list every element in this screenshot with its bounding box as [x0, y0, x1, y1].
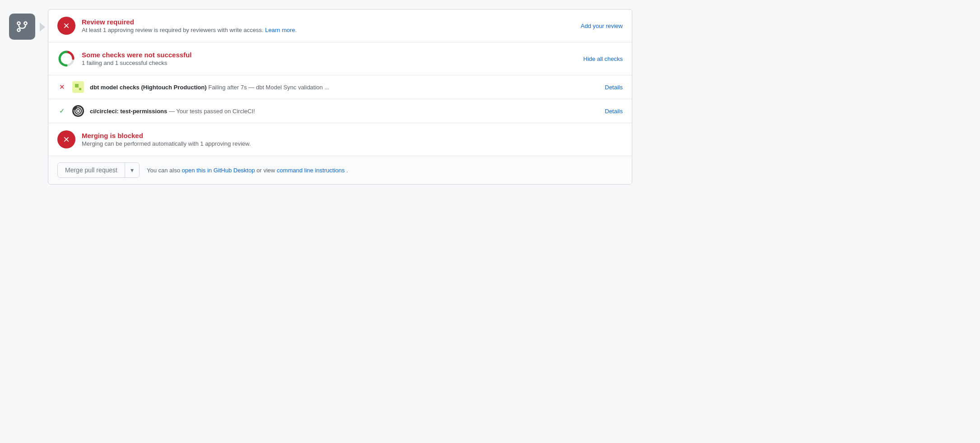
svg-point-10	[77, 110, 79, 112]
circleci-icon-wrapper	[72, 105, 84, 117]
git-icon-box	[9, 14, 35, 40]
review-required-content: Review required At least 1 approving rev…	[82, 18, 574, 33]
dbt-check-text: dbt model checks (Hightouch Production) …	[90, 84, 599, 91]
merge-info-text: You can also open this in GitHub Desktop…	[147, 167, 348, 174]
circleci-app-icon	[72, 105, 84, 117]
merging-blocked-subtitle: Merging can be performed automatically w…	[82, 140, 623, 147]
check-row-circleci: ✓ ci/circleci: test-permissions — Your t…	[48, 99, 632, 123]
hightouch-app-icon	[72, 81, 84, 93]
section-checks: Some checks were not successful 1 failin…	[48, 42, 632, 75]
circleci-check-text: ci/circleci: test-permissions — Your tes…	[90, 108, 599, 115]
section-merging-blocked: Merging is blocked Merging can be perfor…	[48, 123, 632, 156]
page-wrapper: Review required At least 1 approving rev…	[9, 9, 632, 185]
review-required-icon	[57, 17, 75, 35]
merge-pull-request-button[interactable]: Merge pull request	[58, 163, 125, 177]
svg-point-2	[17, 28, 20, 31]
svg-rect-6	[75, 84, 79, 88]
checks-subtitle: 1 failing and 1 successful checks	[82, 60, 577, 66]
main-card: Review required At least 1 approving rev…	[48, 9, 632, 185]
merge-info-prefix: You can also	[147, 167, 180, 174]
github-desktop-link[interactable]: open this in GitHub Desktop	[182, 167, 255, 174]
merging-blocked-title: Merging is blocked	[82, 132, 623, 139]
check-row-dbt: ✕ dbt model checks (Hightouch Production…	[48, 75, 632, 99]
hide-all-checks-link[interactable]: Hide all checks	[583, 55, 623, 62]
review-required-title: Review required	[82, 18, 574, 26]
add-review-link[interactable]: Add your review	[581, 23, 623, 29]
merging-blocked-content: Merging is blocked Merging can be perfor…	[82, 132, 623, 147]
dbt-check-desc: Failing after 7s — dbt Model Sync valida…	[208, 84, 329, 91]
section-review-required: Review required At least 1 approving rev…	[48, 9, 632, 42]
learn-more-link[interactable]: Learn more.	[265, 27, 297, 33]
git-merge-icon	[15, 20, 29, 33]
svg-point-1	[24, 22, 27, 24]
checks-mixed-icon	[57, 50, 75, 68]
merge-button-group: Merge pull request	[57, 162, 140, 178]
merge-info-middle: or view	[257, 167, 277, 174]
checks-content: Some checks were not successful 1 failin…	[82, 51, 577, 66]
dbt-details-link[interactable]: Details	[605, 84, 623, 91]
dbt-check-status: ✕	[57, 83, 66, 91]
merge-dropdown-button[interactable]	[125, 163, 139, 177]
circleci-check-desc: — Your tests passed on CircleCI!	[169, 108, 255, 115]
cli-instructions-link[interactable]: command line instructions	[277, 167, 345, 174]
section-merge: Merge pull request You can also open thi…	[48, 156, 632, 184]
review-required-subtitle: At least 1 approving review is required …	[82, 27, 574, 33]
section-arrow	[40, 9, 48, 32]
svg-point-0	[17, 22, 20, 24]
merge-info-suffix: .	[346, 167, 348, 174]
checks-title: Some checks were not successful	[82, 51, 577, 59]
circleci-details-link[interactable]: Details	[605, 108, 623, 115]
hightouch-icon-wrapper	[72, 81, 84, 93]
circleci-check-status: ✓	[57, 107, 66, 115]
dbt-check-name: dbt model checks (Hightouch Production)	[90, 84, 207, 91]
svg-rect-7	[79, 88, 81, 90]
circleci-check-name: ci/circleci: test-permissions	[90, 108, 167, 115]
merging-blocked-icon	[57, 130, 75, 148]
